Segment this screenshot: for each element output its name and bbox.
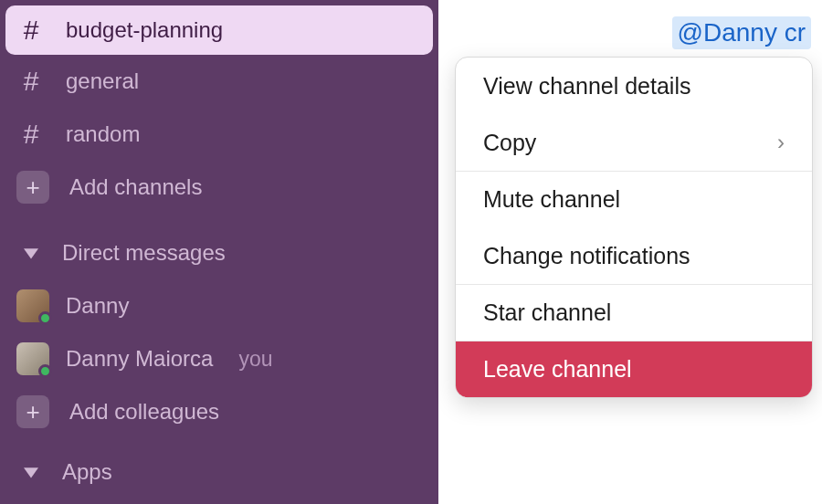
menu-change-notifications[interactable]: Change notifications: [456, 227, 812, 284]
dm-label: Danny: [66, 293, 129, 319]
add-colleagues-label: Add colleagues: [69, 399, 219, 425]
add-channels-button[interactable]: + Add channels: [0, 161, 438, 214]
menu-copy[interactable]: Copy ›: [456, 114, 812, 171]
menu-label: View channel details: [483, 73, 690, 100]
channel-context-menu: View channel details Copy › Mute channel…: [455, 57, 813, 398]
dm-label: Danny Maiorca: [66, 346, 213, 372]
hash-icon: #: [16, 120, 46, 149]
channel-item-budget-planning[interactable]: # budget-planning: [5, 5, 433, 55]
menu-star-channel[interactable]: Star channel: [456, 284, 812, 341]
plus-icon: +: [16, 171, 49, 204]
mention-fragment: @Danny cr: [672, 16, 811, 49]
dm-item-danny[interactable]: Danny: [0, 279, 438, 332]
presence-online-icon: [38, 364, 52, 378]
add-channels-label: Add channels: [69, 174, 202, 200]
channel-item-general[interactable]: # general: [0, 55, 438, 108]
avatar: [16, 289, 49, 322]
menu-label: Leave channel: [483, 356, 632, 383]
menu-view-details[interactable]: View channel details: [456, 58, 812, 114]
menu-label: Change notifications: [483, 243, 690, 269]
apps-section-header[interactable]: Apps: [0, 446, 438, 499]
plus-icon: +: [16, 395, 49, 428]
avatar: [16, 342, 49, 375]
channel-label: budget-planning: [66, 17, 223, 43]
hash-icon: #: [16, 67, 46, 96]
menu-mute-channel[interactable]: Mute channel: [456, 171, 812, 227]
channel-item-random[interactable]: # random: [0, 108, 438, 161]
dm-header-label: Direct messages: [62, 240, 226, 266]
you-badge: you: [238, 347, 272, 372]
dm-item-self[interactable]: Danny Maiorca you: [0, 332, 438, 385]
menu-label: Star channel: [483, 299, 611, 326]
channel-sidebar: # budget-planning # general # random + A…: [0, 0, 438, 504]
menu-label: Copy: [483, 130, 536, 156]
apps-header-label: Apps: [62, 459, 112, 485]
menu-leave-channel[interactable]: Leave channel: [456, 341, 812, 397]
dm-section-header[interactable]: Direct messages: [0, 226, 438, 279]
channel-label: random: [66, 121, 140, 147]
channel-label: general: [66, 68, 139, 94]
caret-down-icon: [16, 238, 46, 268]
presence-online-icon: [38, 311, 52, 325]
menu-label: Mute channel: [483, 186, 620, 213]
add-colleagues-button[interactable]: + Add colleagues: [0, 385, 438, 438]
hash-icon: #: [16, 16, 46, 45]
caret-down-icon: [16, 457, 46, 487]
chevron-right-icon: ›: [777, 130, 785, 155]
